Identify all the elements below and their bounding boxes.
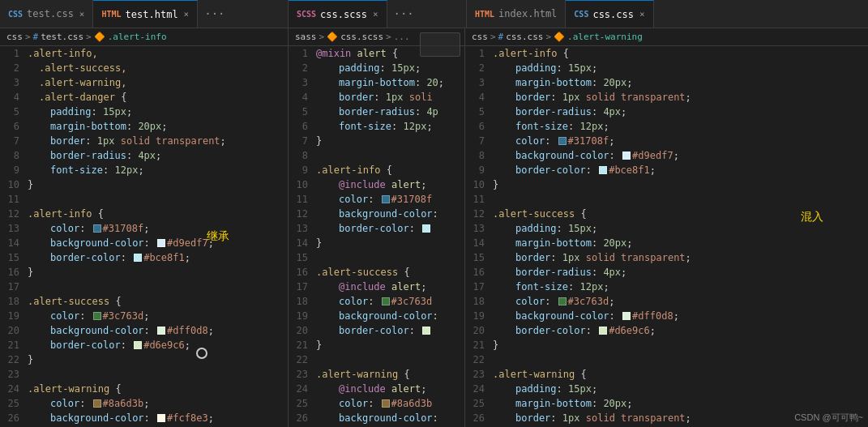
- line-number: 19: [289, 309, 313, 323]
- code-line-20: 20background-color: #dff0d8;: [0, 323, 288, 338]
- line-number: 23: [289, 367, 313, 382]
- tab-index-html[interactable]: HTML index.html: [467, 0, 566, 28]
- line-number: 25: [465, 396, 490, 411]
- code-line-22: 22: [289, 352, 464, 367]
- tab-css-css[interactable]: CSS css.css ×: [566, 0, 653, 28]
- line-number: 14: [465, 236, 490, 250]
- code-line-8: 8: [289, 148, 464, 163]
- code-line-6: 6margin-bottom: 20px;: [0, 119, 288, 134]
- close-icon-css-css[interactable]: ×: [639, 9, 645, 19]
- close-icon-test-html[interactable]: ×: [184, 9, 190, 19]
- panel2-tabbar: SCSS css.scss × ···: [289, 0, 467, 28]
- breadcrumb-css3: css: [472, 32, 488, 42]
- html-file-icon2: HTML: [475, 10, 494, 19]
- code-line-24: 24padding: 15px;: [465, 382, 868, 396]
- line-content: border: 1px solid transparent;: [490, 90, 868, 105]
- line-content: color: #3c763d: [313, 294, 464, 309]
- close-icon-css-scss[interactable]: ×: [373, 9, 378, 19]
- line-number: 12: [0, 207, 24, 221]
- code-line-10: 10}: [0, 177, 288, 192]
- code-line-21: 21}: [465, 338, 868, 352]
- line-content: border-radius: 4px;: [490, 265, 868, 280]
- line-number: 9: [0, 163, 24, 177]
- line-number: 22: [0, 352, 24, 367]
- html-file-icon: HTML: [101, 10, 121, 19]
- code-panel2[interactable]: 1@mixin alert {2padding: 15px;3margin-bo…: [289, 46, 464, 427]
- line-content: [490, 192, 868, 207]
- line-content: .alert-warning,: [24, 75, 288, 90]
- line-number: 21: [289, 338, 313, 352]
- code-line-15: 15: [289, 250, 464, 265]
- tab-label-test-html: test.html: [126, 9, 178, 20]
- line-number: 26: [0, 411, 24, 425]
- line-content: }: [24, 177, 288, 192]
- code-line-26: 26background-color:: [289, 411, 464, 425]
- line-content: color: #8a6d3b: [313, 396, 464, 411]
- css-file-icon: CSS: [8, 10, 23, 19]
- line-content: padding: 15px;: [24, 105, 288, 119]
- code-line-16: 16.alert-success {: [289, 265, 464, 280]
- code-line-19: 19background-color: #dff0d8;: [465, 309, 868, 323]
- panel1-tabbar: CSS test.css × HTML test.html × ···: [0, 0, 289, 28]
- code-line-7: 7}: [289, 134, 464, 148]
- tab-label-css-css: css.css: [592, 9, 634, 20]
- line-content: .alert-warning {: [490, 367, 868, 382]
- code-line-23: 23.alert-warning {: [289, 367, 464, 382]
- line-number: 17: [0, 280, 24, 294]
- line-content: background-color:: [313, 207, 464, 221]
- line-number: 2: [0, 61, 24, 75]
- line-number: 15: [465, 250, 490, 265]
- tab-css-scss[interactable]: SCSS css.scss ×: [289, 0, 387, 28]
- line-content: border-radius: 4px;: [24, 148, 288, 163]
- code-line-2: 2.alert-success,: [0, 61, 288, 75]
- breadcrumb-css1: css: [6, 32, 23, 42]
- panel3-tabbar: HTML index.html CSS css.css ×: [467, 0, 868, 28]
- line-content: .alert-info {: [490, 46, 868, 61]
- line-number: 5: [465, 105, 490, 119]
- code-line-18: 18color: #3c763d: [289, 294, 464, 309]
- code-line-11: 11: [0, 192, 288, 207]
- line-number: 18: [0, 294, 24, 309]
- line-number: 21: [0, 338, 24, 352]
- line-content: border-color: #d6e9c6;: [24, 338, 288, 352]
- line-number: 25: [289, 396, 313, 411]
- line-number: 8: [0, 148, 24, 163]
- line-number: 12: [289, 207, 313, 221]
- line-number: 16: [0, 265, 24, 280]
- code-line-10: 10@include alert;: [289, 177, 464, 192]
- code-panel1[interactable]: 1.alert-info,2.alert-success,3.alert-war…: [0, 46, 288, 427]
- line-number: 20: [0, 323, 24, 338]
- line-content: border: 1px solid transparent;: [490, 250, 868, 265]
- code-line-25: 25margin-bottom: 20px;: [465, 396, 868, 411]
- code-line-9: 9.alert-info {: [289, 163, 464, 177]
- code-line-2: 2padding: 15px;: [465, 61, 868, 75]
- all-tab-bars: CSS test.css × HTML test.html × ··· SCSS…: [0, 0, 868, 28]
- code-line-6: 6font-size: 12px;: [465, 119, 868, 134]
- sep4: >: [386, 32, 391, 42]
- code-line-1: 1.alert-info,: [0, 46, 288, 61]
- line-number: 8: [465, 148, 490, 163]
- close-icon-test-css[interactable]: ×: [79, 9, 85, 19]
- code-line-16: 16}: [0, 265, 288, 280]
- code-panel3[interactable]: 1.alert-info {2padding: 15px;3margin-bot…: [465, 46, 868, 427]
- line-content: font-size: 12px;: [490, 119, 868, 134]
- tab-test-html[interactable]: HTML test.html ×: [93, 0, 198, 28]
- line-content: .alert-info {: [313, 163, 464, 177]
- line-content: .alert-success {: [313, 265, 464, 280]
- line-number: 24: [465, 382, 490, 396]
- line-content: background-color:: [313, 309, 464, 323]
- tab-test-css[interactable]: CSS test.css ×: [0, 0, 93, 28]
- line-content: border-color: #d6e9c6;: [490, 323, 868, 338]
- line-number: 26: [289, 411, 313, 425]
- tab-more-panel1[interactable]: ···: [198, 0, 231, 28]
- tab-more-panel2[interactable]: ···: [387, 0, 421, 28]
- code-line-10: 10}: [465, 177, 868, 192]
- line-content: }: [24, 265, 288, 280]
- line-content: @include alert;: [313, 382, 464, 396]
- line-number: 26: [465, 411, 490, 425]
- breadcrumb-icon3: 🔶: [554, 32, 565, 42]
- editor-row: css > # test.css > 🔶 .alert-info 1.alert…: [0, 28, 868, 427]
- code-line-14: 14}: [289, 236, 464, 250]
- code-line-12: 12.alert-success {: [465, 207, 868, 221]
- line-content: color: #31708f: [313, 192, 464, 207]
